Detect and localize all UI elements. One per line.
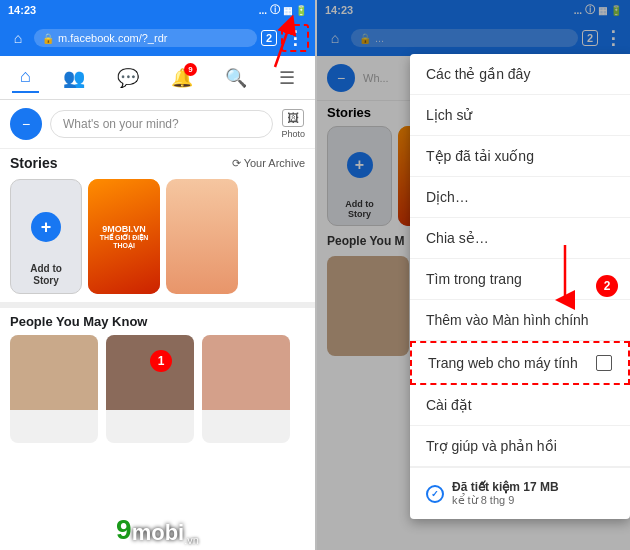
stories-title-left: Stories	[10, 155, 57, 171]
notification-badge-left: 9	[184, 63, 197, 76]
photo-label-left: Photo	[281, 129, 305, 139]
url-bar-left[interactable]: 🔒 m.facebook.com/?_rdr	[34, 29, 257, 47]
archive-link-left[interactable]: ⟳ Your Archive	[232, 157, 305, 170]
person-card-1-left	[10, 335, 98, 443]
menu-item-help[interactable]: Trợ giúp và phản hồi	[410, 426, 630, 467]
menu-item-translate[interactable]: Dịch…	[410, 177, 630, 218]
person-card-2-left	[106, 335, 194, 443]
savings-item: ✓ Đã tiết kiệm 17 MB kể từ 8 thg 9	[410, 467, 630, 519]
nav-notifications-left[interactable]: 🔔 9	[163, 63, 201, 93]
menu-item-history[interactable]: Lịch sử	[410, 95, 630, 136]
savings-label: Đã tiết kiệm 17 MB	[452, 480, 559, 494]
story-sub-left: THẾ GIỚI ĐIỆN THOẠI	[92, 234, 156, 250]
person-card-3-left	[202, 335, 290, 443]
menu-item-downloads[interactable]: Tệp đã tải xuống	[410, 136, 630, 177]
story-bg-left: 9MOBI.VN THẾ GIỚI ĐIỆN THOẠI	[88, 179, 160, 294]
photo-button-left[interactable]: 🖼 Photo	[281, 109, 305, 139]
savings-sub: kể từ 8 thg 9	[452, 494, 559, 507]
watermark-9-left: 9	[116, 514, 132, 546]
add-story-label-left: Add to Story	[30, 263, 62, 287]
menu-item-desktop[interactable]: Trang web cho máy tính	[410, 341, 630, 385]
photo-icon-left: 🖼	[282, 109, 304, 127]
menu-item-translate-label: Dịch…	[426, 189, 614, 205]
menu-item-recent-label: Các thẻ gần đây	[426, 66, 614, 82]
nav-home-left[interactable]: ⌂	[12, 62, 39, 93]
left-phone-panel: 14:23 ... ⓘ ▦ 🔋 ⌂ 🔒 m.facebook.com/?_rdr…	[0, 0, 315, 550]
menu-item-recent[interactable]: Các thẻ gần đây	[410, 54, 630, 95]
svg-line-0	[275, 24, 290, 67]
user-story-card-left[interactable]: 9MOBI.VN THẾ GIỚI ĐIỆN THOẠI	[88, 179, 160, 294]
user-avatar-left: −	[10, 108, 42, 140]
nav-friends-left[interactable]: 👥	[55, 63, 93, 93]
menu-item-desktop-label: Trang web cho máy tính	[428, 355, 596, 371]
menu-item-settings[interactable]: Cài đặt	[410, 385, 630, 426]
add-story-circle-left: +	[31, 212, 61, 242]
savings-icon: ✓	[426, 485, 444, 503]
people-title-left: People You May Know	[10, 314, 305, 329]
arrow-to-desktop	[540, 240, 600, 320]
right-phone-panel: 14:23 ... ⓘ ▦ 🔋 ⌂ 🔒 ... 2 ⋮ − Wh... Stor…	[317, 0, 630, 550]
menu-item-help-label: Trợ giúp và phản hồi	[426, 438, 614, 454]
home-button-left[interactable]: ⌂	[6, 30, 30, 46]
menu-item-history-label: Lịch sử	[426, 107, 614, 123]
person-photo-2-left	[106, 335, 194, 410]
annotation-1: 1	[150, 350, 172, 372]
arrow-to-menu	[245, 12, 305, 72]
people-section-left: People You May Know	[0, 302, 315, 449]
person-photo-3-left	[202, 335, 290, 410]
stories-header-left: Stories ⟳ Your Archive	[0, 149, 315, 175]
story-site-left: 9MOBI.VN	[102, 224, 146, 234]
watermark-mobi-left: mobi	[132, 520, 185, 546]
lock-icon-left: 🔒	[42, 33, 54, 44]
post-box-left: − What's on your mind? 🖼 Photo	[0, 100, 315, 149]
watermark-vn-left: .vn	[184, 534, 199, 546]
savings-text: Đã tiết kiệm 17 MB kể từ 8 thg 9	[452, 480, 559, 507]
add-story-card-left[interactable]: + Add to Story	[10, 179, 82, 294]
nav-messenger-left[interactable]: 💬	[109, 63, 147, 93]
story-card-3-left[interactable]	[166, 179, 238, 294]
menu-item-settings-label: Cài đặt	[426, 397, 614, 413]
person-photo-1-left	[10, 335, 98, 410]
time-left: 14:23	[8, 4, 36, 16]
stories-row-left: + Add to Story 9MOBI.VN THẾ GIỚI ĐIỆN TH…	[0, 175, 315, 302]
desktop-checkbox[interactable]	[596, 355, 612, 371]
url-text-left: m.facebook.com/?_rdr	[58, 32, 167, 44]
watermark-left: 9 mobi .vn	[0, 514, 315, 546]
menu-item-downloads-label: Tệp đã tải xuống	[426, 148, 614, 164]
post-input-left[interactable]: What's on your mind?	[50, 110, 273, 138]
